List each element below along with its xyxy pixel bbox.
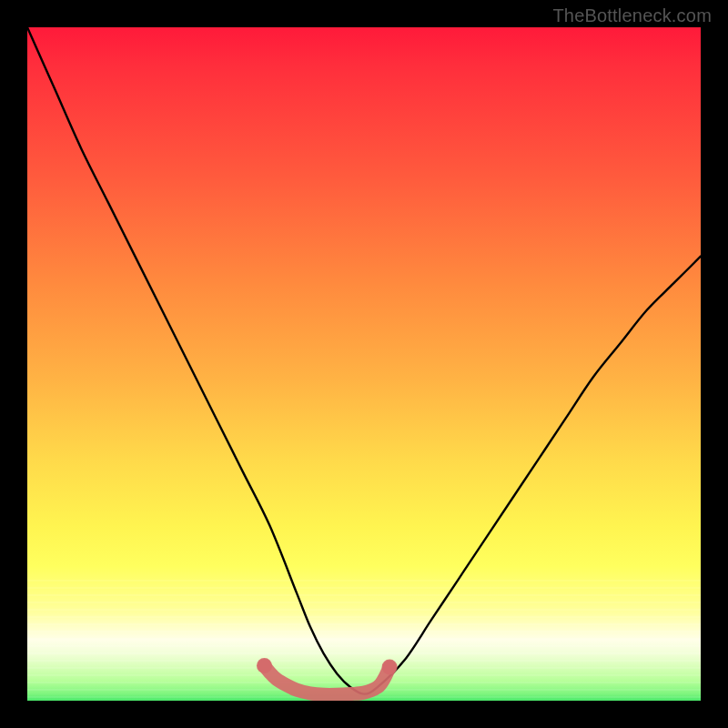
bottleneck-curve xyxy=(27,27,701,694)
plot-area xyxy=(27,27,701,701)
tolerance-band-endpoint xyxy=(257,658,272,673)
watermark-text: TheBottleneck.com xyxy=(552,5,712,26)
chart-frame: TheBottleneck.com xyxy=(0,0,728,728)
tolerance-band-endpoint xyxy=(382,660,398,675)
chart-svg xyxy=(27,27,701,701)
tolerance-band xyxy=(264,666,389,695)
